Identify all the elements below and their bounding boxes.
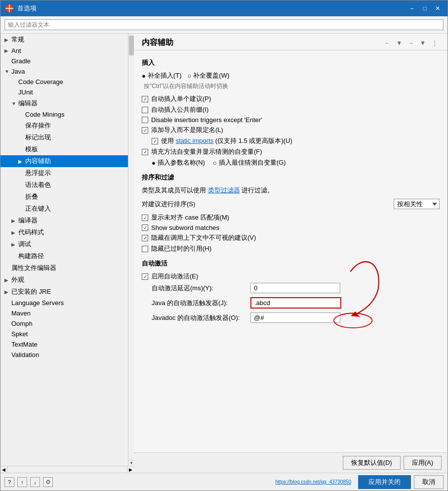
cb-disable-insertion[interactable]: Disable insertion triggers except 'Enter… <box>142 116 440 124</box>
footer-link[interactable]: https://blog.csdn.net/qq_43730850 <box>276 479 351 485</box>
cb-subword[interactable]: Show subword matches <box>142 224 440 231</box>
sidebar-item-oomph[interactable]: Oomph <box>0 318 134 329</box>
footer-circle-icon[interactable]: ⊙ <box>43 477 53 487</box>
sidebar-item-appearance[interactable]: ▶外观 <box>0 274 134 286</box>
nav-menu-button[interactable]: ⋮ <box>430 39 440 47</box>
close-button[interactable]: ✕ <box>432 3 444 14</box>
cb-common-label: 自动插入公共前缀(I) <box>151 105 208 114</box>
sidebar-item-java[interactable]: ▼Java <box>0 66 134 77</box>
sidebar-label-properties-editor: 属性文件编辑器 <box>11 264 56 272</box>
nav-forward-button[interactable]: → <box>406 39 416 47</box>
sidebar-label-code-minings: Code Minings <box>25 111 65 118</box>
cb-common-box[interactable] <box>142 107 148 113</box>
radio-complete-label: 补全插入(T) <box>148 71 182 80</box>
sort-select[interactable]: 按相关性 按字母顺序 按默认 <box>394 199 440 209</box>
cb-static-imports[interactable]: 使用 static imports (仅支持 1.5 或更高版本)(U) <box>152 136 440 145</box>
cb-common-prefix[interactable]: 自动插入公共前缀(I) <box>142 105 440 114</box>
sidebar-item-maven[interactable]: Maven <box>0 308 134 318</box>
sidebar-scrollbar[interactable]: ▲ ▼ <box>128 34 134 466</box>
sidebar-item-code-coverage[interactable]: Code Coverage <box>0 77 134 87</box>
cb-hide-obsolete-box[interactable] <box>142 246 148 252</box>
sidebar-item-syntax-coloring[interactable]: 语法着色 <box>0 179 134 191</box>
sidebar-item-textmate[interactable]: TextMate <box>0 339 134 350</box>
cb-enable-auto[interactable]: 启用自动激活(E) <box>142 272 440 281</box>
sidebar-item-language-servers[interactable]: Language Servers <box>0 298 134 308</box>
footer-up-icon[interactable]: ↑ <box>17 477 27 487</box>
nav-forward-more-button[interactable]: ▼ <box>418 39 428 47</box>
sidebar-label-editor: 编辑器 <box>18 99 38 108</box>
radio-complete-overwrite[interactable]: ○ 补全覆盖(W) <box>187 71 229 80</box>
restore-defaults-button[interactable]: 恢复默认值(D) <box>343 456 401 470</box>
window-icon <box>4 3 14 13</box>
sidebar-item-hover[interactable]: 悬浮提示 <box>0 167 134 179</box>
cb-single-box[interactable] <box>142 96 148 102</box>
cancel-button[interactable]: 取消 <box>414 475 444 489</box>
sidebar-item-folding[interactable]: 折叠 <box>0 191 134 203</box>
sidebar-item-gradle[interactable]: Gradle <box>0 56 134 66</box>
sidebar-item-installed-jre[interactable]: ▶已安装的 JRE <box>0 286 134 298</box>
sidebar-label-appearance: 外观 <box>11 275 24 284</box>
sidebar-item-build-path[interactable]: 构建路径 <box>0 250 134 262</box>
radio-insert-guess[interactable]: ○ 插入最佳猜测自变量(G) <box>213 158 286 167</box>
cb-add-imports-box[interactable] <box>142 127 148 134</box>
cb-case-label: 显示未对齐 case 匹配项(M) <box>151 213 229 222</box>
sidebar-item-code-minings[interactable]: Code Minings <box>0 109 134 120</box>
footer-down-icon[interactable]: ↓ <box>30 477 40 487</box>
sidebar-label-mark-occurrences: 标记出现 <box>25 133 51 142</box>
cb-disable-box[interactable] <box>142 117 148 123</box>
cb-case-mismatch[interactable]: 显示未对齐 case 匹配项(M) <box>142 213 440 222</box>
sidebar-item-mark-occurrences[interactable]: 标记出现 <box>0 132 134 143</box>
footer-help-icon[interactable]: ? <box>4 477 14 487</box>
nav-back-button[interactable]: ← <box>382 39 392 47</box>
sidebar-item-validation[interactable]: Validation <box>0 350 134 360</box>
sidebar-label-compiler: 编译器 <box>18 216 38 225</box>
cb-subword-box[interactable] <box>142 224 148 231</box>
arrow-icon-appearance: ▶ <box>4 277 11 283</box>
cb-hide-obsolete[interactable]: 隐藏已过时的引用(H) <box>142 244 440 253</box>
java-trigger-input[interactable] <box>250 297 341 309</box>
sidebar-item-debug[interactable]: ▶调试 <box>0 238 134 250</box>
scrollbar-thumb[interactable] <box>129 36 134 55</box>
hscroll-track[interactable] <box>7 466 127 473</box>
sidebar-item-code-style[interactable]: ▶代码样式 <box>0 226 134 238</box>
sidebar-item-content-assist[interactable]: ▶内容辅助 <box>0 155 134 167</box>
sidebar-item-properties-editor[interactable]: 属性文件编辑器 <box>0 262 134 274</box>
cb-hide-invisible-box[interactable] <box>142 235 148 241</box>
cb-add-imports[interactable]: 添加导入而不是限定名(L) <box>142 126 440 134</box>
hscroll-right[interactable]: ▶ <box>127 466 134 473</box>
hscroll-left[interactable]: ◀ <box>0 466 7 473</box>
filter-input[interactable] <box>4 19 444 30</box>
type-filter-link[interactable]: 类型过滤器 <box>208 186 240 194</box>
nav-back-more-button[interactable]: ▼ <box>394 39 404 47</box>
cb-enable-auto-box[interactable] <box>142 273 148 280</box>
javadoc-trigger-input[interactable] <box>250 312 340 323</box>
auto-activate-section: 启用自动激活(E) 自动激活延迟(ms)(Y): Java 的自动激活触发器(J… <box>142 272 440 323</box>
sidebar-item-ant[interactable]: ▶Ant <box>0 45 134 56</box>
apply-close-button[interactable]: 应用并关闭 <box>358 475 411 489</box>
cb-fill-box[interactable] <box>142 149 148 155</box>
sidebar-item-templates[interactable]: 模板 <box>0 143 134 155</box>
sidebar-item-compiler[interactable]: ▶编译器 <box>0 215 134 226</box>
sidebar-item-spket[interactable]: Spket <box>0 329 134 339</box>
sidebar-item-typing[interactable]: 正在键入 <box>0 203 134 215</box>
radio-insert-param[interactable]: ● 插入参数名称(N) <box>152 158 205 167</box>
cb-static-box[interactable] <box>152 138 158 144</box>
cb-fill-method[interactable]: 填充方法自变量并显示猜测的自变量(F) <box>142 147 440 156</box>
sidebar-item-save-actions[interactable]: 保存操作 <box>0 120 134 132</box>
sidebar-label-ant: Ant <box>11 47 21 54</box>
sidebar-item-editor[interactable]: ▼编辑器 <box>0 97 134 109</box>
cb-hide-invisible[interactable]: 隐藏在调用上下文中不可视的建议(V) <box>142 233 440 242</box>
static-imports-link[interactable]: static imports <box>176 137 214 144</box>
minimize-button[interactable]: – <box>406 3 418 14</box>
scrollbar-down[interactable]: ▼ <box>128 460 134 466</box>
apply-button[interactable]: 应用(A) <box>404 456 442 470</box>
maximize-button[interactable]: □ <box>419 3 431 14</box>
content-panel: 内容辅助 ← ▼ → ▼ ⋮ 插入 <box>134 34 448 473</box>
cb-single-suggestion[interactable]: 自动插入单个建议(P) <box>142 94 440 103</box>
sidebar-item-junit[interactable]: JUnit <box>0 87 134 97</box>
radio-complete-insert[interactable]: ● 补全插入(T) <box>142 71 181 80</box>
delay-input[interactable] <box>250 283 340 293</box>
cb-case-box[interactable] <box>142 215 148 221</box>
java-trigger-label: Java 的自动激活触发器(J): <box>152 299 250 308</box>
sidebar-item-root-settings[interactable]: ▶常规 <box>0 34 134 45</box>
